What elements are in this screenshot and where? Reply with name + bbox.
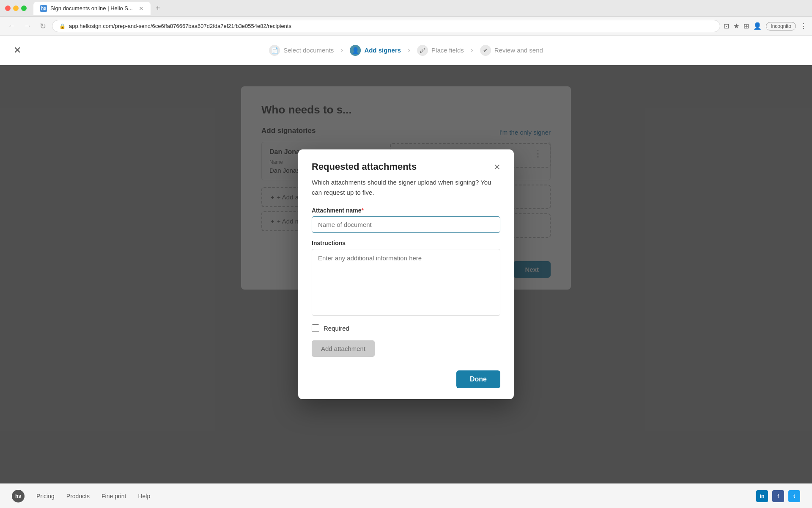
attachment-name-group: Attachment name* bbox=[312, 207, 500, 233]
toolbar-icons: ⊡ ★ ⊞ 👤 Incognito ⋮ bbox=[724, 22, 807, 30]
step-flow: 📄 Select documents › 👤 Add signers › 🖊 P… bbox=[262, 45, 550, 56]
required-checkbox-label: Required bbox=[324, 325, 349, 332]
add-signers-icon: 👤 bbox=[350, 45, 361, 56]
modal-close-button[interactable]: × bbox=[494, 161, 500, 172]
attachment-name-label: Attachment name* bbox=[312, 207, 500, 214]
add-attachment-button[interactable]: Add attachment bbox=[312, 340, 375, 357]
dot-red[interactable] bbox=[5, 6, 11, 11]
forward-nav-button[interactable]: → bbox=[21, 20, 34, 32]
footer-link-pricing[interactable]: Pricing bbox=[36, 493, 55, 500]
menu-icon[interactable]: ⋮ bbox=[800, 22, 807, 30]
incognito-badge[interactable]: Incognito bbox=[766, 22, 796, 30]
modal-title: Requested attachments bbox=[312, 161, 417, 172]
address-bar[interactable]: 🔒 app.hellosign.com/prep-and-send/6ce6ff… bbox=[52, 20, 720, 32]
footer-link-help[interactable]: Help bbox=[138, 493, 150, 500]
required-checkbox[interactable] bbox=[312, 324, 319, 332]
attachment-name-input[interactable] bbox=[312, 216, 500, 233]
modal-overlay: Requested attachments × Which attachment… bbox=[0, 65, 812, 483]
place-fields-label: Place fields bbox=[431, 47, 464, 54]
done-button[interactable]: Done bbox=[456, 370, 500, 388]
reload-button[interactable]: ↻ bbox=[37, 20, 49, 33]
modal-body: Which attachments should the signer uplo… bbox=[298, 177, 514, 365]
new-tab-button[interactable]: + bbox=[156, 4, 160, 13]
select-documents-label: Select documents bbox=[283, 47, 334, 54]
browser-tab[interactable]: hs Sign documents online | Hello S... ✕ bbox=[33, 2, 151, 15]
profile-icon[interactable]: 👤 bbox=[753, 22, 762, 30]
browser-frame: hs Sign documents online | Hello S... ✕ … bbox=[0, 0, 812, 508]
app-footer: hs Pricing Products Fine print Help in f… bbox=[0, 483, 812, 508]
modal: Requested attachments × Which attachment… bbox=[298, 149, 514, 399]
instructions-textarea[interactable] bbox=[312, 249, 500, 316]
place-fields-icon: 🖊 bbox=[417, 45, 428, 56]
bookmark-icon[interactable]: ★ bbox=[733, 22, 739, 30]
facebook-icon[interactable]: f bbox=[772, 490, 784, 502]
browser-toolbar: ← → ↻ 🔒 app.hellosign.com/prep-and-send/… bbox=[0, 17, 812, 36]
instructions-label: Instructions bbox=[312, 240, 500, 246]
step-add-signers[interactable]: 👤 Add signers bbox=[343, 45, 408, 56]
instructions-group: Instructions bbox=[312, 240, 500, 318]
required-asterisk: * bbox=[361, 207, 363, 214]
lock-icon: 🔒 bbox=[59, 23, 66, 29]
back-nav-button[interactable]: ← bbox=[5, 20, 18, 32]
modal-footer: Done bbox=[298, 365, 514, 399]
browser-titlebar: hs Sign documents online | Hello S... ✕ … bbox=[0, 0, 812, 17]
step-review-send[interactable]: ✔ Review and send bbox=[473, 45, 550, 56]
review-send-label: Review and send bbox=[494, 47, 543, 54]
review-send-icon: ✔ bbox=[480, 45, 491, 56]
required-checkbox-row: Required bbox=[312, 324, 500, 332]
browser-dots bbox=[5, 6, 27, 11]
footer-link-products[interactable]: Products bbox=[66, 493, 90, 500]
dot-yellow[interactable] bbox=[13, 6, 19, 11]
step-select-documents[interactable]: 📄 Select documents bbox=[262, 45, 340, 56]
app-content: ✕ 📄 Select documents › 👤 Add signers › 🖊… bbox=[0, 36, 812, 508]
tab-close-icon[interactable]: ✕ bbox=[139, 5, 144, 12]
step-place-fields[interactable]: 🖊 Place fields bbox=[410, 45, 471, 56]
extensions-icon[interactable]: ⊞ bbox=[743, 22, 749, 30]
nav-close-button[interactable]: ✕ bbox=[14, 45, 21, 56]
tab-favicon: hs bbox=[40, 5, 47, 12]
footer-social: in f t bbox=[756, 490, 800, 502]
modal-header: Requested attachments × bbox=[298, 149, 514, 177]
add-signers-label: Add signers bbox=[364, 47, 401, 54]
footer-link-fineprint[interactable]: Fine print bbox=[102, 493, 126, 500]
select-documents-icon: 📄 bbox=[269, 45, 280, 56]
footer-logo: hs bbox=[12, 490, 25, 502]
dot-green[interactable] bbox=[21, 6, 27, 11]
cast-icon[interactable]: ⊡ bbox=[724, 22, 729, 30]
tab-title: Sign documents online | Hello S... bbox=[50, 5, 133, 11]
twitter-icon[interactable]: t bbox=[788, 490, 800, 502]
app-nav: ✕ 📄 Select documents › 👤 Add signers › 🖊… bbox=[0, 36, 812, 65]
linkedin-icon[interactable]: in bbox=[756, 490, 768, 502]
modal-description: Which attachments should the signer uplo… bbox=[312, 177, 500, 198]
address-text: app.hellosign.com/prep-and-send/6ce6ffa8… bbox=[69, 23, 291, 29]
